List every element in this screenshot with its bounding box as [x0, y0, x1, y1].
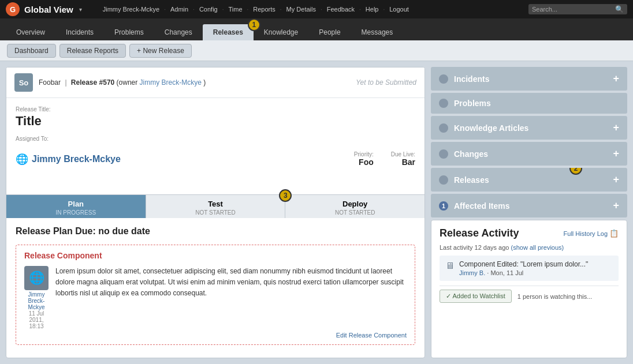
release-body: Release Title: Title Assigned To: 🌐 Jimm… [6, 98, 425, 194]
tab-knowledge[interactable]: Knowledge [254, 24, 308, 40]
accordion-changes-plus[interactable]: + [613, 148, 619, 160]
plan-tab-status: IN PROGRESS [9, 209, 143, 216]
tab-overview[interactable]: Overview [6, 24, 55, 40]
release-owner[interactable]: Jimmy Breck-Mckye [140, 78, 202, 87]
due-live-field: Due Live: Bar [391, 151, 415, 167]
top-nav-time[interactable]: Time [224, 6, 247, 13]
right-panel: Incidents + Problems Knowledge Articles … [431, 67, 627, 358]
activity-entry-details: Component Edited: "Lorem ipsum dolor..."… [459, 260, 588, 276]
release-reports-button[interactable]: Release Reports [59, 44, 126, 58]
workflow-tabs: Plan IN PROGRESS Test NOT STARTED 3 Depl… [6, 194, 425, 218]
main-content: So Foobar | Release #570 (owner Jimmy Br… [0, 61, 633, 364]
release-avatar: So [14, 73, 33, 92]
search-input[interactable] [532, 6, 613, 13]
due-live-value: Bar [391, 157, 415, 167]
release-title-area: Foobar | Release #570 (owner Jimmy Breck… [39, 78, 356, 87]
watchlist-bar: ✓ Added to Watchlist 1 person is watchin… [440, 286, 619, 303]
app-title: Global View [24, 5, 73, 14]
accordion-incidents-icon [439, 74, 448, 84]
deploy-tab-status: NOT STARTED [288, 209, 422, 216]
release-header: So Foobar | Release #570 (owner Jimmy Br… [6, 67, 425, 98]
assigned-row: Assigned To: [16, 136, 415, 143]
accordion-affected: 1 Affected Items + [431, 194, 627, 217]
assignee-name[interactable]: Jimmy Breck-Mckye [32, 154, 121, 164]
accordion-problems-header[interactable]: Problems [431, 93, 627, 114]
tab-people[interactable]: People [308, 24, 351, 40]
accordion-problems: Problems [431, 93, 627, 114]
activity-entry-text: Component Edited: "Lorem ipsum dolor..." [459, 260, 588, 268]
tab-incidents[interactable]: Incidents [55, 24, 104, 40]
component-body: 🌐 Jimmy Breck-Mckye 11 Jul 2011, 18:13 L… [24, 266, 407, 329]
accordion-changes-label: Changes [454, 149, 613, 159]
edit-component-link[interactable]: Edit Release Component [24, 332, 407, 339]
plan-due: Release Plan Due: no due date [16, 226, 415, 237]
accordion-incidents-plus[interactable]: + [613, 73, 619, 85]
app-title-arrow[interactable]: ▾ [79, 6, 82, 13]
tab-plan[interactable]: Plan IN PROGRESS [6, 195, 146, 218]
show-previous-link[interactable]: (show all previous) [511, 244, 564, 251]
top-nav-mydetails[interactable]: My Details [282, 6, 321, 13]
top-nav-admin[interactable]: Admin [166, 6, 193, 13]
accordion-incidents-label: Incidents [454, 74, 613, 84]
deploy-tab-label: Deploy [288, 200, 422, 208]
accordion-changes: Changes + [431, 142, 627, 166]
dashboard-button[interactable]: Dashboard [7, 44, 56, 58]
entry-date: Mon, 11 Jul [490, 269, 523, 276]
component-avatar: 🌐 Jimmy Breck-Mckye 11 Jul 2011, 18:13 [24, 266, 49, 329]
sub-nav: Dashboard Release Reports + New Release [0, 40, 633, 61]
author-name: Jimmy B. [459, 269, 485, 276]
owner-paren: (owner [117, 78, 140, 87]
search-icon: 🔍 [615, 5, 624, 13]
top-nav: Jimmy Breck-Mckye · Admin · Config · Tim… [98, 6, 414, 13]
close-paren: ) [203, 78, 206, 87]
tab-bar: Overview Incidents Problems Changes Rele… [0, 18, 633, 40]
meta-fields: Priority: Foo Due Live: Bar [354, 151, 415, 167]
accordion-releases-plus[interactable]: + [613, 174, 619, 186]
assignee-globe-icon: 🌐 [16, 153, 28, 166]
release-component: Release Component 🌐 Jimmy Breck-Mckye 11… [16, 245, 415, 345]
top-nav-config[interactable]: Config [195, 6, 222, 13]
activity-entry: 🖥 Component Edited: "Lorem ipsum dolor..… [440, 256, 619, 281]
accordion-changes-header[interactable]: Changes + [431, 142, 627, 166]
activity-panel: Release Activity Full History Log 📋 Last… [431, 220, 627, 358]
release-breadcrumb: Foobar | Release #570 (owner Jimmy Breck… [39, 78, 356, 87]
accordion-releases-icon [439, 175, 448, 185]
accordion-affected-header[interactable]: 1 Affected Items + [431, 194, 627, 217]
tab-test[interactable]: Test NOT STARTED 3 [146, 195, 286, 218]
accordion-knowledge-label: Knowledge Articles [454, 123, 613, 133]
accordion-affected-badge: 1 [439, 201, 448, 211]
accordion-incidents-header[interactable]: Incidents + [431, 67, 627, 91]
activity-log-link[interactable]: Full History Log 📋 [564, 229, 619, 238]
accordion-incidents: Incidents + [431, 67, 627, 91]
accordion-releases-header[interactable]: Releases + [431, 168, 627, 192]
priority-value: Foo [354, 157, 374, 167]
tab-messages[interactable]: Messages [351, 24, 404, 40]
assignee-field: Assigned To: [16, 136, 415, 143]
due-live-label: Due Live: [391, 151, 415, 157]
last-activity-text: Last activity 12 days ago [440, 244, 509, 251]
tab-releases[interactable]: Releases 1 [203, 24, 254, 40]
top-nav-help[interactable]: Help [361, 6, 383, 13]
left-panel: So Foobar | Release #570 (owner Jimmy Br… [6, 67, 425, 358]
top-nav-logout[interactable]: Logout [385, 6, 414, 13]
tab-deploy[interactable]: Deploy NOT STARTED [285, 195, 425, 218]
new-release-button[interactable]: + New Release [129, 44, 192, 58]
top-nav-reports[interactable]: Reports [248, 6, 280, 13]
tab-changes[interactable]: Changes [154, 24, 203, 40]
callout-1: 1 [248, 18, 260, 31]
tab-problems[interactable]: Problems [104, 24, 154, 40]
search-box[interactable]: 🔍 [528, 4, 627, 14]
priority-field: Priority: Foo [354, 151, 374, 167]
release-status: Yet to be Submitted [356, 78, 416, 87]
accordion-affected-label: Affected Items [454, 201, 613, 211]
accordion-affected-plus[interactable]: + [613, 200, 619, 212]
release-org: Foobar [39, 78, 61, 87]
top-nav-feedback[interactable]: Feedback [322, 6, 359, 13]
accordion-knowledge-header[interactable]: Knowledge Articles + [431, 116, 627, 140]
watchlist-button[interactable]: ✓ Added to Watchlist [440, 290, 512, 303]
app-logo: G [6, 2, 20, 16]
priority-label: Priority: [354, 151, 374, 157]
activity-header: Release Activity Full History Log 📋 [440, 227, 619, 239]
accordion-knowledge-plus[interactable]: + [613, 122, 619, 134]
activity-entry-icon: 🖥 [445, 261, 455, 271]
